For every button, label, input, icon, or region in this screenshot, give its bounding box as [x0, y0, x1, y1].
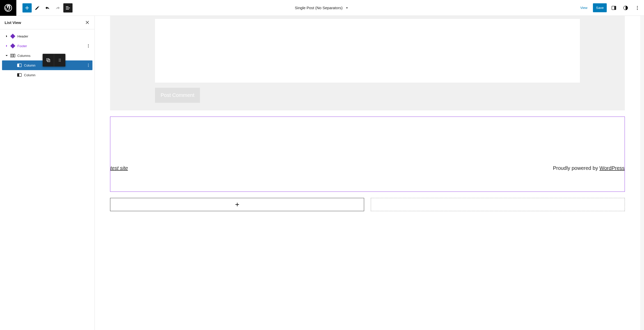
list-item-column[interactable]: Column	[2, 70, 92, 80]
close-list-view-button[interactable]	[84, 19, 90, 26]
svg-point-4	[637, 6, 638, 7]
wordpress-icon	[4, 4, 12, 12]
pen-icon	[34, 5, 40, 11]
settings-sidebar-toggle[interactable]	[609, 3, 618, 12]
svg-point-11	[88, 47, 89, 48]
svg-rect-24	[17, 64, 19, 67]
column-appender[interactable]	[110, 198, 364, 211]
list-item-label: Columns	[17, 54, 30, 58]
list-view-title: List View	[5, 20, 21, 25]
site-title-link[interactable]: test site	[110, 165, 128, 171]
column-placeholder[interactable]	[371, 198, 625, 211]
svg-rect-29	[17, 73, 19, 77]
footer-block[interactable]: test site Proudly powered by WordPress	[110, 117, 625, 192]
svg-point-20	[60, 60, 61, 60]
list-view-panel: List View Header Footer Columns	[0, 16, 95, 330]
footer-content: test site Proudly powered by WordPress	[110, 165, 625, 171]
tool-group	[16, 3, 73, 12]
document-title-dropdown[interactable]: Single Post (No Separators)	[295, 6, 349, 10]
powered-by-text: Proudly powered by WordPress	[553, 165, 625, 171]
columns-block[interactable]	[110, 198, 625, 211]
expander-icon[interactable]	[4, 54, 10, 58]
chevron-right-icon	[5, 34, 9, 38]
topbar-right: View Save	[577, 3, 644, 12]
list-item-header[interactable]: Header	[2, 31, 92, 41]
insert-block-button[interactable]	[22, 3, 32, 12]
view-button[interactable]: View	[577, 4, 590, 12]
list-view-header: List View	[0, 16, 94, 29]
redo-icon	[55, 5, 61, 11]
list-item-label: Column	[24, 73, 35, 77]
topbar-left	[0, 0, 73, 16]
duplicate-button[interactable]	[43, 54, 54, 67]
svg-rect-2	[614, 6, 616, 10]
chevron-down-icon	[344, 6, 349, 10]
document-title: Single Post (No Separators)	[295, 6, 343, 10]
undo-button[interactable]	[43, 3, 52, 12]
svg-point-18	[60, 59, 61, 59]
list-view-tree: Header Footer Columns Colu	[0, 29, 94, 82]
undo-icon	[44, 5, 51, 11]
chevron-right-icon	[5, 44, 9, 48]
post-comment-button[interactable]: Post Comment	[155, 88, 200, 103]
svg-point-5	[637, 7, 638, 8]
kebab-icon	[86, 43, 91, 48]
editor-canvas[interactable]: Post Comment test site Proudly powered b…	[95, 16, 640, 330]
columns-icon	[10, 53, 16, 59]
svg-rect-15	[47, 59, 49, 61]
row-options-button[interactable]	[84, 43, 92, 48]
svg-point-25	[88, 64, 89, 65]
svg-rect-12	[10, 54, 12, 57]
drag-icon	[57, 58, 62, 62]
list-item-label: Footer	[17, 44, 27, 48]
edit-tool-button[interactable]	[33, 3, 42, 12]
styles-toggle[interactable]	[621, 3, 630, 12]
column-icon	[16, 62, 22, 68]
powered-prefix: Proudly powered by	[553, 165, 599, 171]
svg-point-9	[88, 44, 89, 45]
comment-textarea[interactable]	[155, 19, 580, 83]
kebab-icon	[86, 63, 91, 68]
wp-logo[interactable]	[0, 0, 16, 16]
svg-rect-7	[10, 34, 15, 39]
svg-rect-13	[12, 54, 14, 57]
svg-point-27	[88, 66, 89, 67]
svg-point-19	[59, 60, 59, 60]
svg-point-6	[637, 9, 638, 10]
save-button[interactable]: Save	[593, 3, 607, 12]
block-toolbar	[43, 54, 65, 67]
expander-icon[interactable]	[4, 44, 10, 48]
list-view-icon	[65, 5, 71, 11]
editor-topbar: Single Post (No Separators) View Save	[0, 0, 644, 16]
plus-icon	[24, 5, 30, 11]
redo-button[interactable]	[53, 3, 62, 12]
list-item-footer[interactable]: Footer	[2, 41, 92, 51]
svg-point-26	[88, 65, 89, 66]
svg-point-10	[88, 46, 89, 46]
list-item-label: Column	[24, 64, 35, 67]
template-part-icon	[10, 33, 16, 39]
plus-icon	[234, 201, 240, 208]
expander-icon[interactable]	[4, 34, 10, 38]
list-item-column-selected[interactable]: Column	[2, 60, 92, 70]
duplicate-icon	[45, 57, 51, 63]
options-menu[interactable]	[633, 3, 642, 12]
scrollbar[interactable]	[640, 16, 644, 330]
kebab-icon	[634, 5, 640, 11]
column-icon	[16, 72, 22, 78]
comments-block[interactable]: Post Comment	[110, 16, 625, 110]
svg-rect-14	[14, 54, 15, 57]
svg-rect-16	[47, 59, 50, 62]
template-part-icon	[10, 43, 16, 49]
svg-point-17	[59, 59, 59, 59]
styles-icon	[623, 5, 629, 11]
list-item-label: Header	[17, 34, 28, 38]
wordpress-link[interactable]: WordPress	[599, 165, 625, 171]
sidebar-icon	[611, 5, 617, 11]
drag-handle[interactable]	[54, 54, 65, 67]
svg-rect-8	[10, 43, 15, 48]
list-view-toggle[interactable]	[63, 3, 73, 12]
row-options-button[interactable]	[84, 63, 92, 68]
canvas-inner: Post Comment test site Proudly powered b…	[95, 16, 640, 221]
chevron-down-icon	[5, 54, 9, 58]
